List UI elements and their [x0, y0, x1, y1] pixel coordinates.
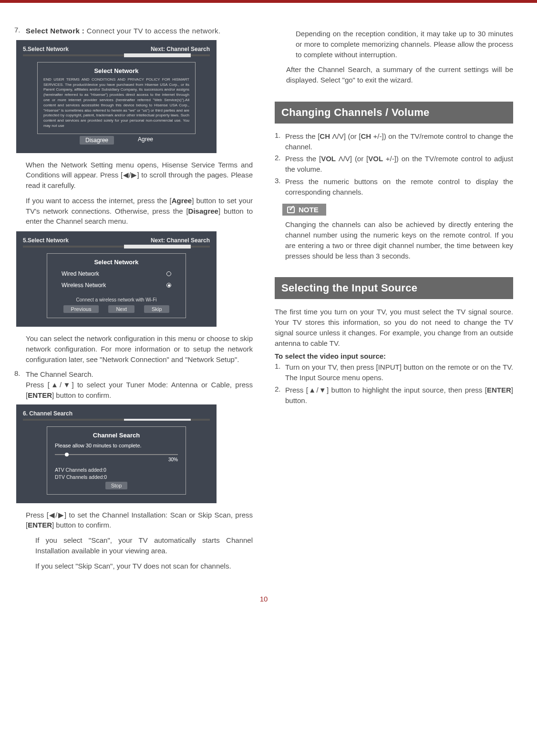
tv2-panel: Select Network Wired Network Wireless Ne… [47, 253, 186, 318]
tv1-panel: Select Network END USER TERMS AND CONDIT… [37, 62, 196, 134]
tv2-hint: Connect a wireless network with Wi-Fi [53, 297, 180, 302]
tv1-hdr-left: 5.Select Network [23, 46, 69, 52]
note-body: Changing the channels can also be achiev… [285, 219, 513, 261]
tv1-panel-title: Select Network [43, 67, 189, 74]
right-column: Depending on the reception condition, it… [275, 26, 513, 576]
tv3-sub: Please allow 30 minutes to complete. [55, 443, 178, 448]
p-scan: If you select "Scan", your TV automatica… [35, 535, 253, 556]
check-icon [287, 207, 295, 213]
tv3-panel: Channel Search Please allow 30 minutes t… [47, 426, 186, 495]
radio-unselected-icon [166, 271, 171, 276]
cc2-num: 2. [275, 154, 285, 175]
step-number: 7. [14, 26, 26, 36]
previous-button[interactable]: Previous [63, 305, 99, 313]
cc2-text: Press the [VOL Λ/V] (or [VOL +/-]) on th… [285, 154, 513, 175]
step-8-enter: ENTER [28, 391, 52, 399]
note-label: NOTE [282, 204, 326, 216]
tv3-tabbar [23, 419, 210, 421]
opt-wired[interactable]: Wired Network [62, 270, 171, 277]
step-8-number: 8. [14, 369, 26, 400]
p-after-network: You can select the network configuration… [26, 333, 253, 364]
tv1-hdr-right: Next: Channel Search [151, 46, 210, 52]
step-8: 8. The Channel Search. Press [▲/▼] to se… [14, 369, 253, 400]
cc-step-3: 3. Press the numeric buttons on the remo… [275, 176, 513, 197]
step-8-body: The Channel Search. Press [▲/▼] to selec… [26, 369, 253, 400]
tv3-hdr-left: 6. Channel Search [23, 410, 72, 417]
step-7: 7. Select Network : Connect your TV to a… [14, 26, 253, 36]
r-top-1: Depending on the reception condition, it… [296, 29, 513, 60]
sel2-num: 2. [275, 385, 285, 406]
tv2-hdr-right: Next: Channel Search [151, 237, 210, 244]
cc3-num: 3. [275, 176, 285, 197]
cc-step-1: 1. Press the [CH Λ/V] (or [CH +/-]) on t… [275, 131, 513, 152]
p-agree-disagree: If you want to access the internet, pres… [26, 196, 253, 227]
p-skip-scan: If you select "Skip Scan", your TV does … [35, 561, 253, 571]
step-7-tail: Connect your TV to access the network. [87, 27, 221, 35]
sel1-text: Turn on your TV, then press [INPUT] butt… [285, 362, 513, 383]
radio-selected-icon [166, 283, 171, 288]
tv3-panel-title: Channel Search [53, 432, 180, 439]
heading-changing-channels: Changing Channels / Volume [275, 102, 513, 124]
p-after-terms: When the Network Setting menu opens, His… [26, 160, 253, 191]
progress-knob-icon [65, 453, 69, 456]
page-number: 10 [14, 595, 513, 603]
opt-wired-label: Wired Network [62, 270, 99, 277]
step-7-title: Select Network : [26, 27, 87, 35]
p-after-search-c: ] button to confirm. [52, 521, 111, 529]
step-7-text: Select Network : Connect your TV to acce… [26, 26, 253, 36]
progress-bar [55, 454, 178, 455]
next-button[interactable]: Next [108, 305, 134, 313]
sel2-text: Press [▲/▼] button to highlight the inpu… [285, 385, 513, 406]
sel-para: The first time you turn on your TV, you … [275, 307, 513, 348]
opt-wireless[interactable]: Wireless Network [62, 282, 171, 289]
tv2-tabbar [23, 246, 210, 248]
atv-count: ATV Channels added:0 [55, 467, 178, 473]
step-8-line2c: ] button to confirm. [52, 391, 111, 399]
left-column: 7. Select Network : Connect your TV to a… [14, 26, 253, 576]
tv2-panel-title: Select Network [53, 259, 180, 266]
cc1-num: 1. [275, 131, 285, 152]
note-text: NOTE [299, 206, 319, 214]
tv1-tabbar [23, 54, 210, 56]
tv2-hdr-left: 5.Select Network [23, 237, 69, 244]
r-top-2: After the Channel Search, a summary of t… [286, 64, 513, 85]
cc3-text: Press the numeric buttons on the remote … [285, 176, 513, 197]
sel-bold: To select the video input source: [275, 352, 513, 360]
heading-input-source: Selecting the Input Source [275, 277, 513, 299]
cc1-text: Press the [CH Λ/V] (or [CH +/-]) on the … [285, 131, 513, 152]
skip-button[interactable]: Skip [144, 305, 169, 313]
stop-button[interactable]: Stop [105, 482, 128, 489]
sel-step-2: 2. Press [▲/▼] button to highlight the i… [275, 385, 513, 406]
step-8-line1: The Channel Search. [26, 370, 93, 378]
top-rule [0, 0, 537, 3]
sel-step-1: 1. Turn on your TV, then press [INPUT] b… [275, 362, 513, 383]
sel1-num: 1. [275, 362, 285, 383]
agree-button[interactable]: Agree [138, 136, 153, 145]
dtv-count: DTV Channels added:0 [55, 474, 178, 480]
tv1-terms: END USER TERMS AND CONDITIONS AND PRIVAC… [43, 77, 189, 129]
p-after-search-enter: ENTER [28, 521, 52, 529]
opt-wireless-label: Wireless Network [62, 282, 106, 289]
progress-percent: 30% [168, 457, 178, 462]
disagree-button[interactable]: Disagree [80, 136, 114, 145]
tv-screenshot-terms: 5.Select Network Next: Channel Search Se… [16, 40, 217, 153]
tv-screenshot-channel-search: 6. Channel Search Channel Search Please … [16, 404, 217, 503]
p-after-search: Press [◀/▶] to set the Channel Installat… [26, 510, 253, 531]
tv-screenshot-network: 5.Select Network Next: Channel Search Se… [16, 231, 217, 327]
cc-step-2: 2. Press the [VOL Λ/V] (or [VOL +/-]) on… [275, 154, 513, 175]
